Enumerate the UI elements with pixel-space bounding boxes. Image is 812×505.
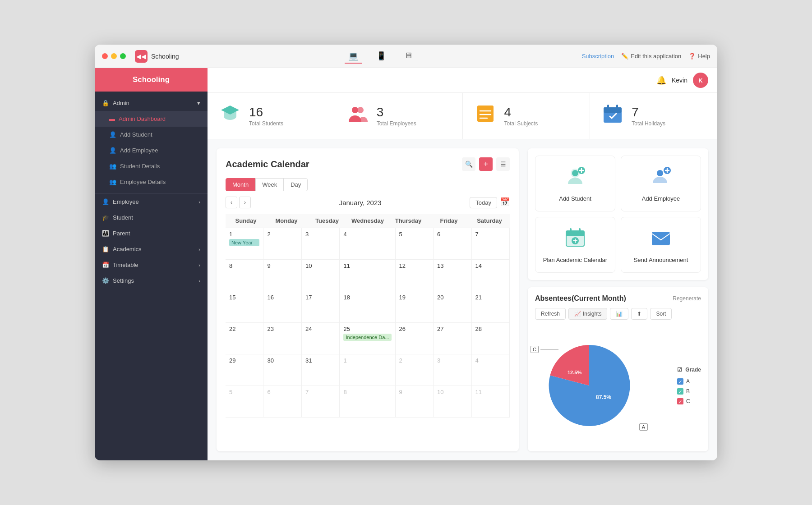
cal-cell-23[interactable]: 23 (263, 323, 302, 354)
next-month-button[interactable]: › (239, 197, 251, 208)
student-details-icon: 👥 (109, 163, 116, 170)
sidebar-item-employee[interactable]: 👤 Employee › (95, 194, 208, 210)
cal-cell-19[interactable]: 19 (396, 291, 434, 323)
cal-cell-feb8[interactable]: 8 (340, 386, 395, 418)
cal-cell-30[interactable]: 30 (263, 354, 302, 386)
cal-cell-11[interactable]: 11 (340, 260, 395, 291)
sidebar-item-add-employee[interactable]: 👤 Add Employee (95, 142, 208, 158)
cal-cell-28[interactable]: 28 (472, 323, 510, 354)
help-button[interactable]: ❓ Help (688, 53, 710, 60)
desktop-icon[interactable]: 💻 (345, 49, 362, 64)
cal-cell-feb3[interactable]: 3 (434, 354, 472, 386)
cal-cell-feb5[interactable]: 5 (226, 386, 263, 418)
sidebar-item-academics[interactable]: 📋 Academics › (95, 241, 208, 257)
quick-action-add-employee[interactable]: Add Employee (621, 156, 701, 211)
bar-chart-icon: 📊 (616, 311, 623, 317)
cal-cell-feb6[interactable]: 6 (263, 386, 302, 418)
cal-cell-feb9[interactable]: 9 (396, 386, 434, 418)
sidebar-item-employee-details[interactable]: 👥 Employee Details (95, 174, 208, 190)
cal-cell-9[interactable]: 9 (263, 260, 302, 291)
tab-day[interactable]: Day (284, 178, 308, 191)
quick-action-add-student[interactable]: Add Student (535, 156, 615, 211)
minimize-button[interactable] (111, 53, 117, 59)
cal-cell-7[interactable]: 7 (472, 228, 510, 260)
sidebar-item-student[interactable]: 🎓 Student (95, 210, 208, 225)
refresh-button[interactable]: Refresh (535, 308, 566, 320)
bell-icon[interactable]: 🔔 (656, 75, 666, 85)
prev-month-button[interactable]: ‹ (226, 197, 237, 208)
cal-cell-24[interactable]: 24 (302, 323, 340, 354)
tablet-icon[interactable]: 📱 (373, 49, 390, 64)
employees-stat-info: 3 Total Employees (377, 105, 416, 127)
edit-application-button[interactable]: ✏️ Edit this application (621, 53, 681, 60)
cal-cell-feb7[interactable]: 7 (302, 386, 340, 418)
calendar-search-button[interactable]: 🔍 (462, 157, 475, 171)
employees-icon (346, 102, 369, 130)
tab-month[interactable]: Month (226, 178, 255, 191)
sidebar-item-parent[interactable]: 👨‍👩‍👧 Parent (95, 225, 208, 241)
absentees-header: Absentees(Current Month) Regenerate (535, 294, 701, 303)
legend-item-a: ✓ A (677, 378, 701, 385)
brand-name: Schooling (151, 53, 179, 60)
cal-cell-4[interactable]: 4 (340, 228, 395, 260)
calendar-nav-right: Today 📅 (470, 197, 510, 208)
calendar-add-button[interactable]: + (479, 157, 493, 171)
cal-cell-feb11[interactable]: 11 (472, 386, 510, 418)
subscription-link[interactable]: Subscription (582, 53, 614, 60)
cal-cell-5[interactable]: 5 (396, 228, 434, 260)
cal-cell-20[interactable]: 20 (434, 291, 472, 323)
title-bar: ◀◀ Schooling 💻 📱 🖥 Subscription ✏️ Edit … (95, 45, 717, 68)
cal-cell-17[interactable]: 17 (302, 291, 340, 323)
cal-cell-3[interactable]: 3 (302, 228, 340, 260)
cal-cell-22[interactable]: 22 (226, 323, 263, 354)
sidebar-item-student-details[interactable]: 👥 Student Details (95, 158, 208, 174)
cal-cell-14[interactable]: 14 (472, 260, 510, 291)
cal-cell-25[interactable]: 25Independence Da... (340, 323, 395, 354)
cal-cell-12[interactable]: 12 (396, 260, 434, 291)
export-button[interactable]: ⬆ (631, 308, 647, 320)
svg-rect-4 (604, 107, 622, 113)
cal-cell-13[interactable]: 13 (434, 260, 472, 291)
sort-button[interactable]: Sort (650, 308, 672, 320)
cal-cell-27[interactable]: 27 (434, 323, 472, 354)
cal-cell-8[interactable]: 8 (226, 260, 263, 291)
cal-cell-6[interactable]: 6 (434, 228, 472, 260)
cal-cell-2[interactable]: 2 (263, 228, 302, 260)
tablet-landscape-icon[interactable]: 🖥 (401, 49, 416, 64)
cal-cell-29[interactable]: 29 (226, 354, 263, 386)
admin-group-header[interactable]: 🔒 Admin ▾ (95, 95, 208, 111)
quick-action-plan-calendar[interactable]: Plan Academic Calendar (535, 217, 615, 273)
parent-nav-icon: 👨‍👩‍👧 (102, 230, 109, 237)
sidebar-item-admin-dashboard[interactable]: ▬ Admin Dashboard (95, 111, 208, 127)
cal-cell-feb1[interactable]: 1 (340, 354, 395, 386)
user-avatar[interactable]: K (693, 73, 708, 88)
bar-chart-button[interactable]: 📊 (610, 308, 628, 320)
date-picker-icon[interactable]: 📅 (500, 197, 510, 208)
tab-week[interactable]: Week (255, 178, 284, 191)
pie-label-a: A (639, 423, 648, 431)
dashboard-icon: ▬ (109, 115, 115, 122)
quick-action-send-announcement[interactable]: Send Announcement (621, 217, 701, 273)
cal-cell-feb2[interactable]: 2 (396, 354, 434, 386)
insights-button[interactable]: 📈 Insights (568, 308, 607, 320)
cal-cell-18[interactable]: 18 (340, 291, 395, 323)
cal-cell-26[interactable]: 26 (396, 323, 434, 354)
sidebar-item-settings[interactable]: ⚙️ Settings › (95, 273, 208, 289)
send-announcement-icon (650, 226, 672, 252)
cal-cell-21[interactable]: 21 (472, 291, 510, 323)
cal-cell-31[interactable]: 31 (302, 354, 340, 386)
cal-cell-15[interactable]: 15 (226, 291, 263, 323)
maximize-button[interactable] (120, 53, 126, 59)
cal-cell-1[interactable]: 1New Year (226, 228, 263, 260)
calendar-menu-button[interactable]: ☰ (496, 157, 510, 171)
cal-cell-10[interactable]: 10 (302, 260, 340, 291)
regenerate-link[interactable]: Regenerate (673, 295, 701, 302)
cal-cell-feb10[interactable]: 10 (434, 386, 472, 418)
sidebar-item-add-student[interactable]: 👤 Add Student (95, 127, 208, 142)
close-button[interactable] (102, 53, 108, 59)
svg-rect-6 (616, 105, 618, 109)
cal-cell-feb4[interactable]: 4 (472, 354, 510, 386)
cal-cell-16[interactable]: 16 (263, 291, 302, 323)
today-button[interactable]: Today (470, 197, 497, 208)
sidebar-item-timetable[interactable]: 📅 Timetable › (95, 257, 208, 273)
